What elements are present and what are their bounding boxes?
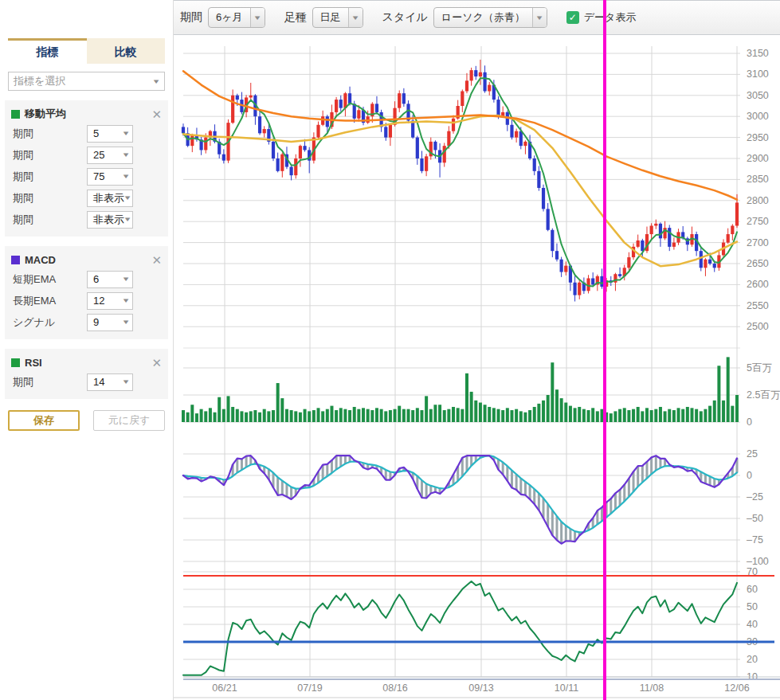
svg-text:–100: –100 [747, 556, 769, 567]
param-label: 長期EMA [11, 294, 56, 308]
svg-text:2700: 2700 [747, 237, 769, 248]
close-icon[interactable]: ✕ [151, 108, 162, 120]
chart-toolbar: 期間 6ヶ月 ▼ 足種 日足 ▼ スタイル ローソク（赤青） ▼ ✓ データ表示 [174, 0, 780, 35]
chevron-down-icon: ▼ [123, 194, 131, 201]
svg-text:06/21: 06/21 [212, 682, 237, 694]
chevron-down-icon: ▼ [250, 8, 265, 27]
svg-text:0: 0 [747, 470, 752, 481]
svg-text:2900: 2900 [747, 153, 769, 164]
svg-text:3100: 3100 [747, 68, 769, 80]
series-color-swatch [11, 110, 20, 119]
ma-period-3-select[interactable]: 75▼ [87, 168, 133, 186]
svg-text:2950: 2950 [747, 132, 769, 143]
chevron-down-icon: ▼ [121, 319, 130, 326]
close-icon[interactable]: ✕ [151, 254, 162, 266]
svg-text:0: 0 [747, 416, 752, 428]
svg-text:2850: 2850 [747, 174, 769, 185]
svg-text:5百万: 5百万 [747, 362, 772, 373]
macd-short-ema-select[interactable]: 6▼ [87, 271, 133, 288]
chevron-down-icon: ▼ [121, 378, 130, 385]
svg-text:08/16: 08/16 [382, 682, 407, 694]
param-label: 短期EMA [11, 272, 56, 287]
panel-title: 移動平均 [25, 107, 151, 121]
svg-text:2550: 2550 [747, 300, 769, 311]
svg-text:25: 25 [747, 448, 758, 459]
param-label: 期間 [11, 191, 33, 205]
panel-title: RSI [25, 357, 151, 369]
param-label: 期間 [11, 148, 33, 162]
ma-period-5-select[interactable]: 非表示▼ [87, 211, 133, 229]
data-display-checkbox[interactable]: ✓ [566, 11, 579, 24]
svg-text:2600: 2600 [747, 279, 769, 290]
svg-text:40: 40 [747, 619, 758, 630]
svg-text:07/19: 07/19 [297, 682, 322, 694]
indicator-select-placeholder: 指標を選択 [14, 74, 65, 88]
style-select[interactable]: ローソク（赤青） ▼ [433, 7, 547, 28]
svg-text:3050: 3050 [747, 90, 769, 101]
chevron-down-icon: ▼ [121, 151, 130, 158]
ma-period-4-select[interactable]: 非表示▼ [87, 190, 133, 207]
svg-text:11/08: 11/08 [640, 682, 664, 694]
chevron-down-icon: ▼ [151, 78, 160, 85]
chevron-down-icon: ▼ [121, 276, 130, 283]
chevron-down-icon: ▼ [123, 216, 131, 223]
tab-indicators[interactable]: 指標 [8, 38, 87, 64]
svg-text:60: 60 [747, 584, 758, 595]
close-icon[interactable]: ✕ [151, 357, 162, 369]
param-label: 期間 [11, 127, 33, 141]
tab-compare[interactable]: 比較 [87, 38, 166, 64]
panel-rsi: RSI ✕ 期間 14▼ [5, 349, 168, 399]
param-label: 期間 [11, 170, 33, 184]
svg-text:2750: 2750 [747, 216, 769, 227]
param-label: 期間 [11, 213, 33, 227]
svg-text:50: 50 [747, 601, 758, 612]
macd-long-ema-select[interactable]: 12▼ [87, 292, 133, 310]
svg-text:2500: 2500 [747, 321, 769, 332]
period-label: 期間 [180, 10, 202, 25]
svg-text:–75: –75 [747, 534, 763, 546]
chart-canvas[interactable]: 3150310030503000295029002850280027502700… [174, 35, 780, 700]
chevron-down-icon: ▼ [121, 130, 130, 137]
ma-period-2-select[interactable]: 25▼ [87, 147, 133, 164]
macd-signal-select[interactable]: 9▼ [87, 314, 133, 331]
param-label: シグナル [11, 315, 55, 330]
chevron-down-icon: ▼ [532, 8, 547, 27]
indicator-sidebar: 指標 比較 指標を選択 ▼ 移動平均 ✕ 期間 5▼ 期間 25▼ 期間 75▼… [0, 0, 174, 700]
svg-text:2800: 2800 [747, 195, 769, 206]
check-icon: ✓ [569, 12, 577, 23]
svg-text:09/13: 09/13 [468, 682, 493, 694]
svg-text:10/11: 10/11 [555, 682, 578, 694]
panel-moving-average: 移動平均 ✕ 期間 5▼ 期間 25▼ 期間 75▼ 期間 非表示▼ 期間 非表… [5, 100, 168, 237]
period-select[interactable]: 6ヶ月 ▼ [208, 7, 265, 28]
chevron-down-icon: ▼ [121, 297, 130, 304]
sidebar-tabs: 指標 比較 [8, 38, 165, 64]
data-display-label: データ表示 [584, 10, 637, 25]
param-label: 期間 [11, 375, 33, 389]
svg-text:2650: 2650 [747, 258, 769, 269]
svg-text:3000: 3000 [747, 111, 769, 122]
panel-title: MACD [25, 254, 151, 266]
svg-text:–25: –25 [747, 491, 763, 503]
series-color-swatch [11, 256, 20, 264]
bartype-label: 足種 [284, 10, 307, 25]
bartype-select[interactable]: 日足 ▼ [312, 7, 363, 28]
rsi-period-select[interactable]: 14▼ [87, 373, 133, 391]
chevron-down-icon: ▼ [348, 8, 363, 27]
svg-text:3150: 3150 [747, 48, 769, 59]
save-button[interactable]: 保存 [8, 410, 80, 431]
svg-text:12/06: 12/06 [724, 682, 749, 694]
stock-chart-app: 指標 比較 指標を選択 ▼ 移動平均 ✕ 期間 5▼ 期間 25▼ 期間 75▼… [0, 0, 780, 700]
series-color-swatch [11, 358, 20, 367]
chevron-down-icon: ▼ [121, 173, 130, 180]
panel-macd: MACD ✕ 短期EMA 6▼ 長期EMA 12▼ シグナル 9▼ [5, 246, 168, 339]
indicator-select[interactable]: 指標を選択 ▼ [8, 72, 165, 91]
ma-period-1-select[interactable]: 5▼ [87, 125, 133, 143]
style-label: スタイル [382, 10, 428, 25]
svg-text:2.5百万: 2.5百万 [747, 389, 780, 401]
svg-text:–50: –50 [747, 513, 763, 524]
reset-button[interactable]: 元に戻す [93, 410, 165, 431]
svg-text:20: 20 [747, 654, 758, 665]
